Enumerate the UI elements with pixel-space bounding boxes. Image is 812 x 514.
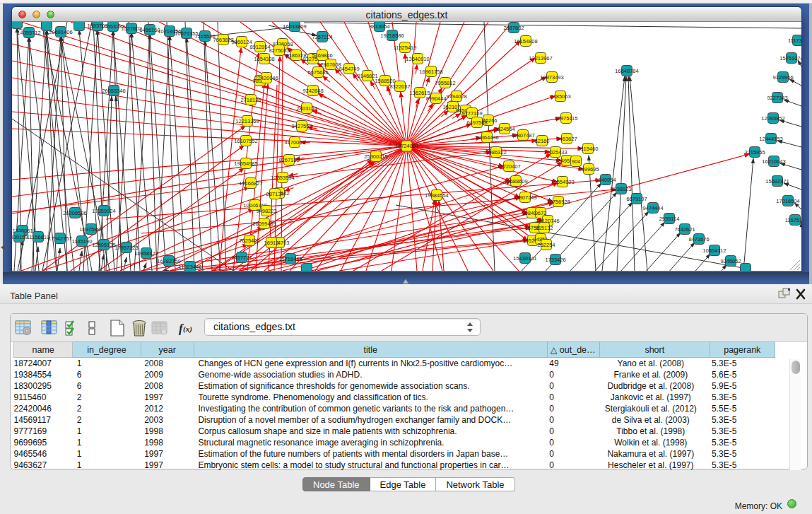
svg-text:10975887: 10975887 — [79, 226, 102, 233]
svg-text:10654112: 10654112 — [703, 247, 726, 254]
svg-text:26053346: 26053346 — [102, 88, 125, 94]
svg-text:15692971: 15692971 — [765, 178, 789, 185]
svg-text:17016504: 17016504 — [776, 198, 799, 204]
svg-text:19654985: 19654985 — [234, 160, 257, 167]
svg-text:6497568: 6497568 — [466, 119, 487, 126]
svg-text:8912954: 8912954 — [249, 44, 270, 50]
svg-text:2935114: 2935114 — [659, 216, 680, 222]
svg-text:2803144: 2803144 — [296, 105, 317, 112]
svg-text:6679197: 6679197 — [626, 196, 647, 202]
svg-text:1733426: 1733426 — [545, 257, 565, 263]
svg-text:1167533: 1167533 — [785, 217, 801, 223]
svg-text:16107552: 16107552 — [234, 138, 257, 144]
svg-text:16961758: 16961758 — [419, 69, 442, 75]
svg-text:19384554: 19384554 — [425, 192, 448, 199]
svg-text:7986322: 7986322 — [486, 149, 506, 156]
svg-text:15130141: 15130141 — [513, 255, 536, 262]
svg-text:11156819: 11156819 — [27, 234, 49, 240]
svg-text:9463627: 9463627 — [556, 136, 577, 142]
svg-text:9794028: 9794028 — [446, 93, 466, 100]
svg-text:1640954: 1640954 — [595, 177, 616, 183]
svg-text:9115460: 9115460 — [578, 146, 599, 152]
svg-text:15720407: 15720407 — [497, 163, 520, 170]
svg-text:8990444: 8990444 — [425, 95, 446, 102]
svg-text:10688609: 10688609 — [504, 178, 527, 185]
svg-text:10958127: 10958127 — [134, 250, 158, 257]
svg-text:12213967: 12213967 — [529, 55, 552, 62]
svg-text:8471676: 8471676 — [688, 236, 709, 243]
svg-text:7357224: 7357224 — [312, 34, 332, 40]
svg-text:16648784: 16648784 — [615, 68, 638, 74]
svg-text:12353594: 12353594 — [271, 175, 294, 181]
svg-text:12093852: 12093852 — [761, 115, 784, 122]
svg-text:2718126: 2718126 — [240, 97, 261, 103]
svg-text:20206536: 20206536 — [63, 210, 86, 216]
svg-text:20364436: 20364436 — [475, 134, 498, 141]
svg-text:10807487: 10807487 — [511, 132, 534, 139]
svg-text:9245052: 9245052 — [720, 258, 741, 264]
svg-text:(x): (x) — [183, 325, 192, 334]
svg-text:16210643: 16210643 — [762, 158, 785, 165]
svg-text:10025433: 10025433 — [543, 149, 567, 156]
svg-text:8267130: 8267130 — [278, 157, 299, 163]
svg-text:20691406: 20691406 — [49, 29, 72, 35]
svg-text:16033809: 16033809 — [283, 23, 306, 30]
svg-text:1117342: 1117342 — [788, 37, 801, 44]
svg-text:10973493: 10973493 — [540, 74, 563, 81]
svg-text:3624554: 3624554 — [494, 126, 514, 132]
svg-text:8813054: 8813054 — [369, 23, 389, 30]
svg-text:9498223: 9498223 — [256, 208, 276, 214]
svg-text:12213369: 12213369 — [235, 118, 259, 124]
svg-text:9227343: 9227343 — [767, 95, 787, 101]
svg-text:915132: 915132 — [535, 225, 553, 231]
svg-text:25300215: 25300215 — [364, 153, 387, 160]
svg-text:2887682: 2887682 — [503, 25, 524, 31]
svg-text:19166827: 19166827 — [239, 180, 262, 187]
svg-text:16782759: 16782759 — [157, 258, 180, 264]
svg-text:7663822: 7663822 — [213, 37, 233, 43]
svg-text:62160: 62160 — [535, 138, 550, 144]
svg-text:12444153: 12444153 — [759, 136, 782, 142]
svg-text:12975115: 12975115 — [555, 115, 578, 122]
svg-text:19654923: 19654923 — [551, 179, 574, 185]
svg-text:839159: 839159 — [12, 234, 28, 240]
svg-text:18724007: 18724007 — [395, 143, 418, 149]
svg-text:17359924: 17359924 — [92, 208, 115, 214]
svg-text:10756928: 10756928 — [546, 199, 570, 205]
svg-text:16154808: 16154808 — [514, 38, 537, 45]
svg-text:19218586: 19218586 — [380, 33, 404, 39]
svg-text:12505135: 12505135 — [92, 242, 115, 248]
svg-text:16099489: 16099489 — [252, 221, 276, 227]
svg-text:7955812: 7955812 — [435, 80, 455, 86]
svg-text:11923446: 11923446 — [179, 264, 202, 270]
svg-text:13640910: 13640910 — [406, 56, 429, 62]
svg-text:5675685: 5675685 — [307, 69, 328, 76]
svg-text:16913: 16913 — [264, 240, 279, 246]
svg-text:9860124: 9860124 — [231, 39, 252, 45]
svg-text:2867608: 2867608 — [320, 62, 341, 68]
svg-text:4170061: 4170061 — [284, 139, 305, 146]
svg-text:5469846: 5469846 — [312, 52, 332, 59]
svg-text:11325419: 11325419 — [394, 45, 417, 51]
svg-text:8322037: 8322037 — [389, 83, 410, 90]
svg-text:7632621: 7632621 — [674, 226, 695, 233]
svg-text:904: 904 — [572, 158, 581, 165]
svg-text:6466160: 6466160 — [139, 27, 160, 33]
svg-text:8427552: 8427552 — [291, 123, 312, 129]
svg-text:1654338: 1654338 — [254, 56, 274, 62]
svg-text:15751074: 15751074 — [779, 55, 801, 62]
svg-text:9474444: 9474444 — [642, 205, 663, 211]
svg-text:15716485: 15716485 — [278, 256, 302, 262]
svg-text:14055712: 14055712 — [17, 30, 40, 36]
svg-text:1527602: 1527602 — [121, 25, 141, 32]
svg-text:7515526: 7515526 — [194, 33, 215, 40]
svg-text:887134: 887134 — [266, 191, 283, 197]
svg-text:3215955: 3215955 — [744, 149, 765, 156]
svg-text:18907249: 18907249 — [513, 194, 536, 201]
svg-text:252254: 252254 — [537, 242, 555, 248]
svg-text:9329966: 9329966 — [772, 74, 793, 81]
svg-text:7625402: 7625402 — [239, 238, 259, 244]
svg-text:22420046: 22420046 — [254, 75, 278, 81]
svg-text:9242848: 9242848 — [302, 88, 323, 94]
svg-text:7485063: 7485063 — [550, 93, 570, 100]
